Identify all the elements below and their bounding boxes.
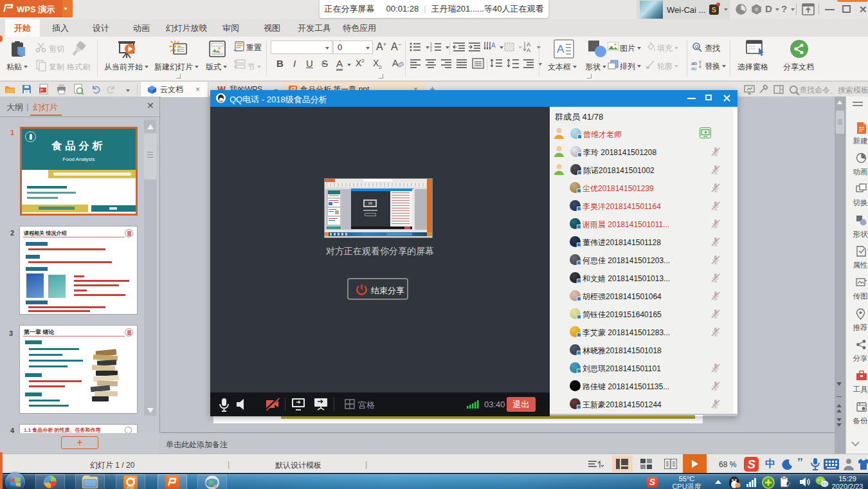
svg-text:PDF: PDF xyxy=(127,486,134,489)
svg-text:P: P xyxy=(41,88,43,93)
svg-text:3: 3 xyxy=(430,48,432,52)
svg-text:A: A xyxy=(527,47,530,53)
svg-text:A: A xyxy=(392,58,399,68)
svg-text:Q: Q xyxy=(695,44,699,50)
svg-text:A: A xyxy=(557,43,565,55)
svg-text:A: A xyxy=(491,42,496,49)
svg-text:ac: ac xyxy=(691,66,696,70)
